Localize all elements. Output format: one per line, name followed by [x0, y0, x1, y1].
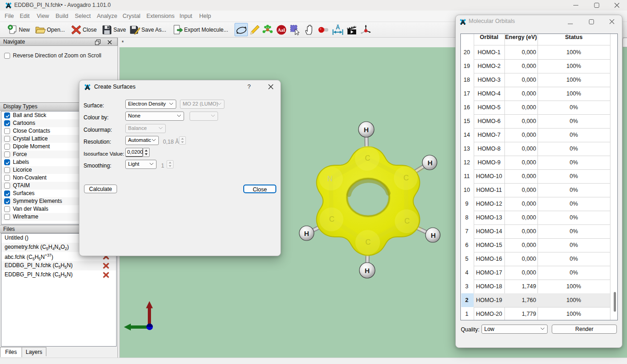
svg-text:H: H	[304, 230, 309, 237]
svg-text:N: N	[327, 175, 333, 183]
svg-text:C: C	[365, 154, 370, 162]
svg-text:Å: Å	[336, 24, 340, 31]
svg-text:H: H	[431, 231, 436, 239]
svg-text:C: C	[403, 174, 409, 182]
svg-text:C: C	[365, 238, 371, 246]
svg-text:C: C	[404, 217, 410, 225]
svg-text:AaI: AaI	[278, 28, 285, 33]
svg-text:C: C	[329, 215, 335, 223]
svg-text:H: H	[428, 159, 433, 167]
svg-text:H: H	[364, 126, 369, 134]
svg-text:H: H	[365, 267, 370, 274]
